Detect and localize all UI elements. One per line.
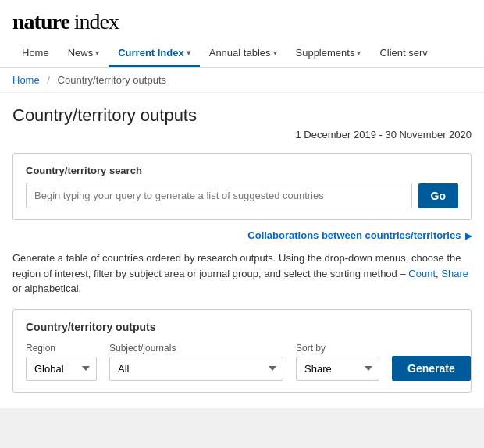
sort-by-filter-group: Sort by Share Count Alphabetical — [296, 343, 379, 381]
subject-journals-filter-group: Subject/journals All Chemistry Life Scie… — [109, 343, 283, 381]
page-title: Country/territory outputs — [12, 105, 472, 126]
logo: nature index — [12, 9, 472, 34]
collaborations-link-container: Collaborations between countries/territo… — [12, 229, 472, 241]
region-filter-group: Region Global Asia Europe Americas Afric… — [26, 343, 97, 381]
description-before: Generate a table of countries ordered by… — [12, 252, 461, 279]
search-row: Go — [26, 183, 458, 208]
main-content: Country/territory outputs 1 December 201… — [0, 93, 484, 408]
share-link[interactable]: Share — [441, 268, 468, 279]
arrow-icon: ▶ — [465, 231, 472, 240]
collaborations-link-text: Collaborations between countries/territo… — [247, 229, 461, 241]
nav-item-supplements[interactable]: Supplements ▾ — [286, 41, 371, 67]
date-range: 1 December 2019 - 30 November 2020 — [12, 129, 472, 140]
outputs-title: Country/territory outputs — [26, 321, 458, 333]
search-input[interactable] — [26, 183, 412, 208]
breadcrumb: Home / Country/territory outputs — [0, 68, 484, 93]
region-select[interactable]: Global Asia Europe Americas Africa Ocean… — [26, 357, 97, 381]
sort-by-label: Sort by — [296, 343, 379, 354]
description-after: or alphabetical. — [12, 283, 81, 294]
search-label: Country/territory search — [26, 165, 458, 176]
chevron-down-icon: ▾ — [187, 48, 190, 57]
nav-item-annual-tables[interactable]: Annual tables ▾ — [200, 41, 286, 67]
chevron-down-icon: ▾ — [95, 48, 99, 57]
filters-row: Region Global Asia Europe Americas Afric… — [26, 343, 458, 381]
search-section: Country/territory search Go — [12, 153, 472, 220]
subject-journals-select[interactable]: All Chemistry Life Sciences Physical Sci… — [109, 357, 283, 381]
generate-button[interactable]: Generate — [392, 356, 471, 381]
subject-journals-label: Subject/journals — [109, 343, 283, 354]
breadcrumb-current: Country/territory outputs — [58, 74, 166, 86]
chevron-down-icon: ▾ — [273, 48, 277, 57]
description-text: Generate a table of countries ordered by… — [12, 251, 472, 297]
collaborations-link[interactable]: Collaborations between countries/territo… — [247, 229, 472, 241]
logo-normal: index — [69, 9, 119, 34]
logo-bold: nature — [12, 9, 69, 34]
nav-item-current-index[interactable]: Current Index ▾ — [109, 41, 200, 67]
nav-item-news[interactable]: News ▾ — [59, 41, 109, 67]
chevron-down-icon: ▾ — [357, 48, 361, 57]
sort-by-select[interactable]: Share Count Alphabetical — [296, 357, 379, 381]
breadcrumb-separator: / — [47, 74, 50, 86]
navigation: Home News ▾ Current Index ▾ Annual table… — [12, 41, 472, 67]
description-comma: , — [436, 268, 439, 279]
header: nature index Home News ▾ Current Index ▾… — [0, 0, 484, 68]
count-link[interactable]: Count — [408, 268, 436, 279]
go-button[interactable]: Go — [418, 183, 458, 208]
region-label: Region — [26, 343, 97, 354]
outputs-section: Country/territory outputs Region Global … — [12, 309, 472, 393]
breadcrumb-home-link[interactable]: Home — [12, 74, 40, 86]
nav-item-home[interactable]: Home — [12, 41, 59, 67]
nav-item-client-serv[interactable]: Client serv — [370, 41, 436, 67]
